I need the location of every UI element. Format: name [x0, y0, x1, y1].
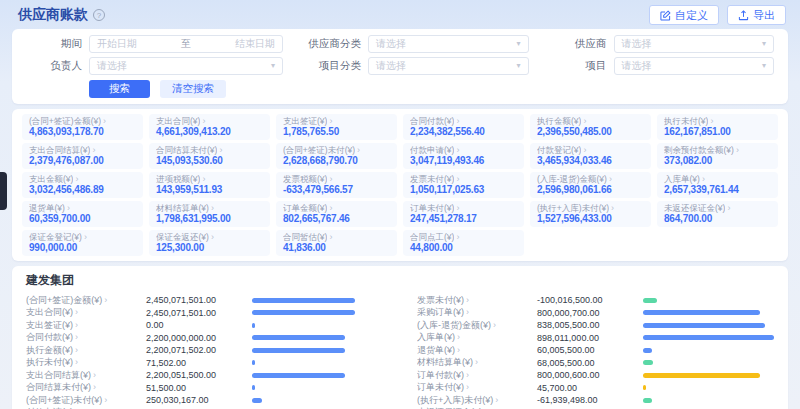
metric-value: 2,234,382,556.40 [410, 126, 517, 138]
row-value: 68,005,500.00 [537, 358, 643, 368]
metric-label-text: (合同+签证)金额(¥) [29, 116, 101, 126]
metric-label-text: 订单金额(¥) [283, 203, 327, 213]
metric-card[interactable]: 保证金返还(¥) › 125,300.00 [149, 230, 270, 256]
search-button[interactable]: 搜索 [89, 80, 150, 98]
metric-label-text: 合同付款(¥) [410, 116, 454, 126]
metric-card[interactable]: 支出合同(¥) › 4,661,309,413.20 [149, 114, 270, 140]
metric-card[interactable]: 付款登记(¥) › 3,465,934,033.46 [530, 143, 651, 169]
metric-card[interactable]: (执行+入库)未付(¥) › 1,527,596,433.00 [530, 201, 651, 227]
chevron-right-icon: › [211, 204, 214, 213]
metric-label: (入库-退货)金额(¥) › [537, 174, 644, 184]
export-button[interactable]: 导出 [727, 5, 786, 25]
metric-card[interactable]: 材料结算单(¥) › 1,798,631,995.00 [149, 201, 270, 227]
metric-row[interactable]: 采购订单(¥) › 800,000,700.00 [417, 307, 774, 320]
project-category-field: 项目分类 请选择 ▾ [305, 57, 528, 75]
metric-card[interactable]: 合同付款(¥) › 2,234,382,556.40 [403, 114, 524, 140]
row-label-text: (入库-退货)金额(¥) [417, 319, 491, 332]
metric-label-text: 退货单(¥) [29, 203, 65, 213]
metric-card[interactable]: 退货单(¥) › 60,359,700.00 [22, 201, 143, 227]
metric-card[interactable]: 支出合同结算(¥) › 2,379,476,087.00 [22, 143, 143, 169]
metric-row[interactable]: 材料结算单(¥) › 68,005,500.00 [417, 357, 774, 370]
metric-card[interactable]: 支出金额(¥) › 3,032,456,486.89 [22, 172, 143, 198]
bar-fill [252, 323, 255, 328]
metric-card[interactable]: 保证金登记(¥) › 990,000.00 [22, 230, 143, 256]
row-label: 合同结算未付(¥) › [26, 381, 146, 394]
metric-card[interactable]: 执行未付(¥) › 162,167,851.00 [657, 114, 778, 140]
period-range-input[interactable]: 开始日期 至 结束日期 [89, 35, 283, 53]
metric-row[interactable]: 退货单(¥) › 60,005,500.00 [417, 344, 774, 357]
row-value: -61,939,498.00 [537, 395, 643, 405]
metric-card[interactable]: 合同结算未付(¥) › 145,093,530.60 [149, 143, 270, 169]
metric-value: 1,785,765.50 [283, 126, 390, 138]
metric-card[interactable]: (合同+签证)未付(¥) › 2,628,668,790.70 [276, 143, 397, 169]
metric-row[interactable]: 订单付款(¥) › 800,000,600.00 [417, 369, 774, 382]
metric-row[interactable]: 入库单(¥) › 898,011,000.00 [417, 332, 774, 345]
clear-search-button[interactable]: 清空搜索 [160, 80, 226, 98]
metric-card[interactable]: (合同+签证)金额(¥) › 4,863,093,178.70 [22, 114, 143, 140]
metric-card[interactable]: 入库单(¥) › 2,657,339,761.44 [657, 172, 778, 198]
export-label: 导出 [753, 8, 775, 23]
bar-fill [252, 310, 355, 315]
metric-card[interactable]: 进项税额(¥) › 143,959,511.93 [149, 172, 270, 198]
metric-row[interactable]: (执行+入库)未付(¥) › -61,939,498.00 [417, 394, 774, 407]
metric-label-text: 进项税额(¥) [156, 174, 200, 184]
supplier-group-name[interactable]: 建发集团 [26, 272, 774, 289]
metric-value: 162,167,851.00 [664, 126, 771, 138]
metric-label: 执行金额(¥) › [537, 116, 644, 126]
bar-track [252, 373, 383, 378]
chevron-right-icon: › [93, 371, 96, 380]
chevron-right-icon: › [466, 371, 469, 380]
metric-row[interactable]: 发票未付(¥) › -100,016,500.00 [417, 294, 774, 307]
supplier-select[interactable]: 请选择 ▾ [614, 35, 774, 53]
metric-label-text: 支出合同结算(¥) [29, 145, 90, 155]
metric-row[interactable]: 合同结算未付(¥) › 51,500.00 [26, 382, 383, 395]
metric-card[interactable]: (入库-退货)金额(¥) › 2,596,980,061.66 [530, 172, 651, 198]
metric-card[interactable]: 未返还保证金(¥) › 864,700.00 [657, 201, 778, 227]
chevron-right-icon: › [495, 396, 498, 405]
project-select[interactable]: 请选择 ▾ [614, 57, 774, 75]
chevron-right-icon: › [67, 204, 70, 213]
metric-card[interactable]: 合同暂估(¥) › 41,836.00 [276, 230, 397, 256]
metric-label: 保证金返还(¥) › [156, 232, 263, 242]
metric-row[interactable]: 支出合同结算(¥) › 2,200,051,500.00 [26, 369, 383, 382]
group-metrics-left: (合同+签证)金额(¥) › 2,450,071,501.00 支出合同(¥) … [26, 294, 383, 409]
metric-card[interactable]: 合同点工(¥) › 44,800.00 [403, 230, 524, 256]
customize-button[interactable]: 自定义 [649, 5, 719, 25]
metric-row[interactable]: (合同+签证)未付(¥) › 250,030,167.00 [26, 394, 383, 407]
metric-card[interactable]: 付款申请(¥) › 3,047,119,493.46 [403, 143, 524, 169]
drawer-handle[interactable] [0, 172, 7, 210]
metric-row[interactable]: 合同付款(¥) › 2,200,000,000.00 [26, 332, 383, 345]
row-value: 2,200,071,502.00 [146, 345, 252, 355]
metric-row[interactable]: 订单未付(¥) › 45,700.00 [417, 382, 774, 395]
row-value: 60,005,500.00 [537, 345, 643, 355]
owner-select[interactable]: 请选择 ▾ [89, 57, 283, 75]
supplier-category-select[interactable]: 请选择 ▾ [368, 35, 528, 53]
metric-value: 60,359,700.00 [29, 213, 136, 225]
bar-fill [643, 310, 760, 315]
row-label: 合同付款(¥) › [26, 331, 146, 344]
metric-row[interactable]: 支出合同(¥) › 2,450,071,501.00 [26, 307, 383, 320]
project-category-select[interactable]: 请选择 ▾ [368, 57, 528, 75]
chevron-right-icon: › [583, 146, 586, 155]
metric-row[interactable]: 执行未付(¥) › 71,502.00 [26, 357, 383, 370]
help-icon[interactable]: ? [93, 9, 105, 21]
metric-card[interactable]: 剩余预付款金额(¥) › 373,082.00 [657, 143, 778, 169]
metric-row[interactable]: (合同+签证)金额(¥) › 2,450,071,501.00 [26, 294, 383, 307]
supplier-category-label: 供应商分类 [305, 37, 361, 51]
metric-row[interactable]: (入库-退货)金额(¥) › 838,005,500.00 [417, 319, 774, 332]
metric-card[interactable]: 订单金额(¥) › 802,665,767.46 [276, 201, 397, 227]
row-label-text: 退货单(¥) [417, 344, 455, 357]
metric-card[interactable]: 发票未付(¥) › 1,050,117,025.63 [403, 172, 524, 198]
metric-card[interactable]: 发票税额(¥) › -633,479,566.57 [276, 172, 397, 198]
row-label-text: 发票未付(¥) [417, 294, 464, 307]
chevron-right-icon: › [75, 321, 78, 330]
chevron-right-icon: › [329, 117, 332, 126]
metric-value: 3,032,456,486.89 [29, 184, 136, 196]
metric-row[interactable]: 执行金额(¥) › 2,200,071,502.00 [26, 344, 383, 357]
row-label-text: 支出合同(¥) [26, 306, 73, 319]
metric-card[interactable]: 执行金额(¥) › 2,396,550,485.00 [530, 114, 651, 140]
metric-row[interactable]: 支出签证(¥) › 0.00 [26, 319, 383, 332]
chevron-down-icon: ▾ [762, 62, 766, 70]
metric-card[interactable]: 支出签证(¥) › 1,785,765.50 [276, 114, 397, 140]
metric-card[interactable]: 订单未付(¥) › 247,451,278.17 [403, 201, 524, 227]
